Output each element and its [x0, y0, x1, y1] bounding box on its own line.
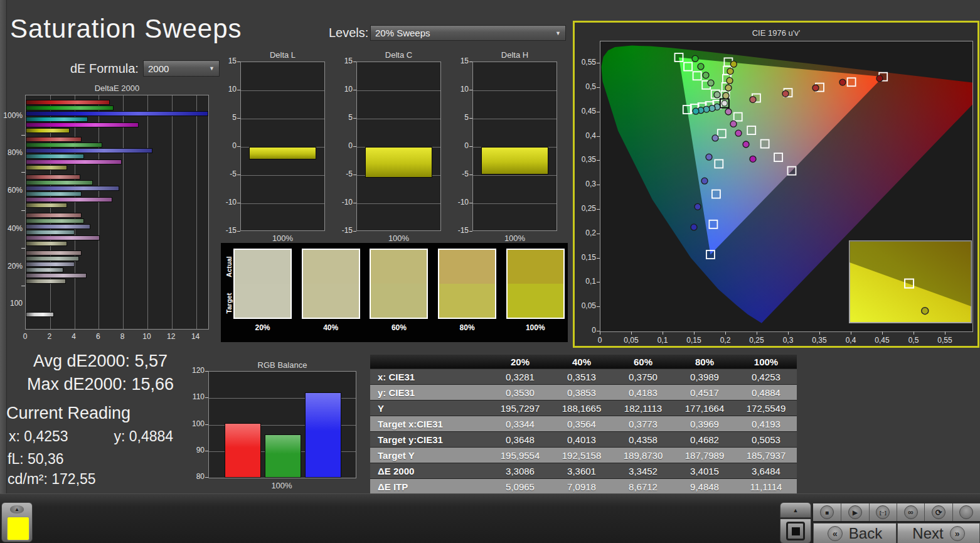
table-cell: 0,3750: [612, 369, 674, 385]
de-formula-dropdown[interactable]: 2000 ▼: [143, 60, 220, 77]
play-button[interactable]: ▶: [841, 503, 868, 521]
axis-tick: [205, 477, 208, 478]
actual-swatch: [303, 250, 359, 284]
delta_h-bar: [481, 147, 548, 175]
marker-button[interactable]: [··]: [869, 503, 897, 521]
deltae-bar-green: [26, 142, 102, 148]
y-tick-label: 10: [219, 85, 237, 94]
table-cell: 0,4013: [551, 432, 612, 448]
loop-infinite-button[interactable]: ∞: [897, 503, 924, 521]
actual-row-label: Actual: [225, 251, 233, 282]
delta_l-title: Delta L: [240, 50, 325, 60]
table-cell: 188,1665: [551, 401, 612, 416]
axis-tick: [597, 306, 600, 307]
axis-tick: [597, 112, 600, 112]
deltae-bar-red: [26, 137, 82, 142]
table-cell: 3,3452: [612, 463, 674, 479]
x-tick-label: 10: [141, 332, 153, 341]
target-swatch: [303, 284, 359, 318]
table-column-header: 80%: [674, 355, 735, 369]
group-label: 100: [1, 299, 23, 308]
cie-y-tick: 0: [575, 326, 596, 335]
measured-point-blue: [712, 135, 718, 141]
rgb-bar-green: [265, 434, 301, 478]
axis-tick: [21, 135, 25, 136]
deltae-bar-blue: [26, 186, 119, 191]
back-button[interactable]: « Back: [813, 523, 897, 543]
delta_c-chart[interactable]: [356, 62, 441, 231]
x-tick-label: 8: [116, 332, 129, 341]
table-row: x: CIE310,32810,35130,37500,39890,4253: [370, 369, 797, 385]
pattern-fullscreen-button[interactable]: [780, 519, 811, 543]
gridline: [241, 90, 324, 91]
axis-tick: [597, 160, 600, 161]
refresh-icon: ⟳: [932, 505, 945, 519]
gridline: [241, 203, 324, 204]
cie-chart-panel[interactable]: CIE 1976 u'v': [573, 21, 979, 348]
collapsed-side-panel[interactable]: [0, 0, 7, 543]
y-tick-label: 15: [451, 56, 469, 65]
table-cell: 9,4848: [674, 479, 735, 495]
table-row-label: x: CIE31: [370, 369, 489, 385]
delta_l-bar: [249, 147, 316, 159]
table-cell: 0,4884: [735, 385, 797, 401]
y-tick-label: 80: [187, 472, 205, 481]
play-icon: ▶: [848, 505, 862, 519]
cie-y-tick: 0,15: [575, 253, 596, 262]
axis-tick: [819, 331, 820, 335]
cie-y-tick: 0,1: [575, 277, 596, 286]
y-tick-label: 10: [451, 85, 469, 94]
max-de-label: Max dE2000:: [27, 375, 127, 394]
table-cell: 0,3989: [674, 369, 735, 385]
target-swatch: [439, 284, 495, 318]
swatch-column-label: 60%: [370, 323, 428, 332]
next-button[interactable]: Next »: [897, 523, 980, 543]
y-reading: y: 0,4884: [114, 428, 173, 444]
table-cell: 0,3564: [551, 416, 612, 432]
stop-button[interactable]: ■: [813, 503, 841, 521]
rgb-balance-chart[interactable]: [208, 371, 356, 478]
x-tick-label: 4: [68, 332, 80, 341]
current-reading-title: Current Reading: [6, 404, 130, 423]
deltae-bar-yellow: [26, 279, 66, 284]
axis-tick: [597, 258, 600, 259]
table-cell: 0,3648: [489, 432, 551, 448]
table-cell: 8,6712: [612, 479, 674, 495]
measured-point-red: [750, 97, 756, 103]
delta_l-x-label: 100%: [240, 234, 325, 243]
compare-swatch-40%: [302, 249, 360, 319]
axis-tick: [205, 397, 208, 398]
deltae-bar-green: [26, 180, 93, 185]
y-tick-label: 0: [219, 141, 237, 150]
table-column-header: 100%: [735, 355, 797, 369]
table-cell: 0,4253: [735, 369, 797, 385]
delta_l-chart[interactable]: [240, 62, 325, 231]
compare-swatch-60%: [370, 249, 428, 319]
axis-tick: [788, 331, 789, 335]
table-row: ΔE 20003,30863,36013,34523,40153,6484: [370, 463, 797, 479]
table-row: Target x:CIE310,33440,35640,37730,39690,…: [370, 416, 797, 432]
group-label: 60%: [1, 186, 23, 195]
cie-x-tick: 0,15: [684, 336, 704, 345]
table-column-header: 40%: [551, 355, 612, 369]
measured-point-green: [692, 55, 698, 62]
gridline: [123, 95, 124, 329]
compare-swatch-20%: [233, 249, 292, 319]
y-tick-label: -10: [219, 198, 237, 207]
refresh-button[interactable]: ⟳: [924, 503, 952, 521]
blank-button[interactable]: [952, 503, 980, 521]
levels-dropdown[interactable]: 20% Sweeps ▼: [370, 25, 566, 41]
measured-point-yellow: [730, 61, 737, 67]
deltae-chart[interactable]: [25, 95, 209, 330]
page-title: Saturation Sweeps: [10, 14, 242, 44]
measured-point-magenta: [750, 156, 756, 162]
pattern-window-button[interactable]: ▲: [1, 502, 33, 542]
deltae-bar-yellow: [26, 203, 67, 208]
axis-tick: [237, 118, 240, 119]
gridline: [473, 119, 557, 119]
delta_h-chart[interactable]: [472, 62, 557, 231]
panel-expand-button[interactable]: ▲: [780, 502, 811, 518]
rgb-x-label: 100%: [208, 481, 355, 490]
y-tick-label: 100: [187, 419, 205, 428]
table-cell: 0,3344: [489, 416, 551, 432]
